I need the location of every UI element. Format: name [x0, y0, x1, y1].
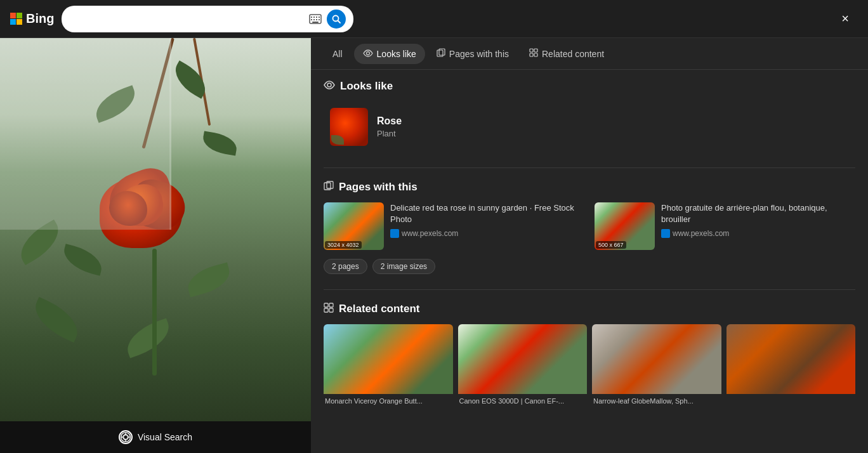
svg-rect-8 [319, 19, 320, 20]
search-bar [62, 6, 353, 32]
page-title-1: Delicate red tea rose in sunny garden · … [390, 202, 584, 225]
leaf8 [121, 318, 174, 358]
leaf7 [28, 297, 85, 343]
looks-like-type: Plant [377, 129, 402, 138]
main-image [0, 38, 311, 421]
search-button[interactable] [327, 10, 346, 29]
bing-logo-text: Bing [26, 11, 54, 26]
pages-count-button[interactable]: 2 pages [324, 259, 367, 274]
svg-rect-3 [316, 16, 317, 18]
rose-stem [152, 249, 157, 376]
leaf6 [184, 263, 233, 298]
right-panel: All Looks like Pages with this [311, 38, 868, 453]
related-thumb-1 [324, 324, 453, 394]
leaf3 [201, 131, 238, 155]
logo-sq1 [10, 13, 16, 18]
svg-rect-4 [319, 16, 320, 18]
svg-rect-9 [312, 22, 319, 23]
leaf1 [168, 61, 212, 99]
pages-grid: 3024 x 4032 Delicate red tea rose in sun… [324, 202, 855, 250]
related-item-3[interactable]: Narrow-leaf GlobeMallow, Sph... [592, 324, 721, 407]
page-source-1: www.pexels.com [390, 229, 584, 238]
svg-line-11 [338, 20, 341, 23]
related-section-icon [324, 303, 334, 315]
logo-sq4 [16, 19, 22, 25]
svg-point-18 [366, 51, 369, 55]
window-bg [0, 38, 171, 230]
page-source-2: www.pexels.com [661, 229, 855, 238]
grid-icon [529, 48, 538, 59]
related-thumb-4 [727, 324, 856, 394]
related-content-section: Related content Monarch Viceroy Orange B… [324, 303, 855, 407]
image-sizes-button[interactable]: 2 image sizes [372, 259, 435, 274]
related-content-title: Related content [339, 303, 420, 315]
pages-buttons: 2 pages 2 image sizes [324, 259, 855, 274]
looks-like-card[interactable]: Rose Plant [324, 102, 855, 152]
visual-search-icon [119, 430, 133, 444]
svg-rect-1 [311, 16, 312, 18]
visual-search-label: Visual Search [138, 432, 192, 442]
svg-rect-28 [324, 303, 328, 307]
related-item-1[interactable]: Monarch Viceroy Orange Butt... [324, 324, 453, 407]
page-dims-1: 3024 x 4032 [325, 241, 362, 249]
svg-rect-30 [324, 308, 328, 312]
related-label-2: Canon EOS 3000D | Canon EF-... [458, 394, 588, 407]
left-panel: Visual Search [0, 38, 311, 453]
page-title-2: Photo gratuite de arrière-plan flou, bot… [661, 202, 855, 225]
tab-all[interactable]: All [324, 44, 352, 64]
svg-rect-6 [313, 19, 315, 20]
svg-rect-5 [311, 19, 312, 20]
page-thumb-2: 500 x 667 [595, 202, 655, 250]
svg-rect-23 [530, 53, 533, 56]
bing-logo-squares [10, 13, 22, 25]
bing-logo[interactable]: Bing [10, 11, 54, 26]
page-info-2: Photo gratuite de arrière-plan flou, bot… [661, 202, 855, 238]
page-source-text-1: www.pexels.com [402, 229, 458, 238]
page-card-1[interactable]: 3024 x 4032 Delicate red tea rose in sun… [324, 202, 584, 250]
divider-2 [324, 289, 855, 290]
page-info-1: Delicate red tea rose in sunny garden · … [390, 202, 584, 238]
page-dims-2: 500 x 667 [596, 241, 626, 249]
logo-sq3 [10, 19, 16, 25]
divider-1 [324, 167, 855, 168]
looks-like-info: Rose Plant [377, 115, 402, 138]
svg-rect-24 [534, 53, 537, 56]
related-grid: Monarch Viceroy Orange Butt... Canon EOS… [324, 324, 855, 407]
logo-sq2 [16, 13, 22, 18]
page-card-2[interactable]: 500 x 667 Photo gratuite de arrière-plan… [595, 202, 855, 250]
related-label-4 [727, 394, 856, 398]
related-thumb-3 [592, 324, 721, 394]
close-button[interactable]: × [835, 9, 855, 29]
pages-with-header: Pages with this [324, 181, 855, 194]
eye-icon [363, 49, 373, 59]
tab-pages-with[interactable]: Pages with this [428, 43, 518, 64]
looks-like-section: Looks like Rose Plant [324, 80, 855, 152]
visual-search-bar[interactable]: Visual Search [0, 421, 311, 453]
related-item-4[interactable] [727, 324, 856, 407]
content: Looks like Rose Plant [311, 70, 868, 432]
looks-like-name: Rose [377, 115, 402, 127]
rose-scene [0, 38, 311, 421]
svg-rect-2 [313, 16, 315, 18]
pexels-favicon-2 [661, 229, 670, 238]
related-thumb-2 [458, 324, 588, 394]
svg-rect-29 [329, 303, 333, 307]
tab-looks-like[interactable]: Looks like [354, 44, 425, 64]
looks-like-header: Looks like [324, 80, 855, 93]
svg-point-13 [124, 435, 128, 440]
tabs: All Looks like Pages with this [311, 38, 868, 70]
related-content-header: Related content [324, 303, 855, 315]
keyboard-icon[interactable] [309, 14, 322, 24]
looks-like-section-icon [324, 81, 335, 92]
search-input[interactable] [69, 13, 304, 24]
looks-like-title: Looks like [340, 80, 393, 93]
related-item-2[interactable]: Canon EOS 3000D | Canon EF-... [458, 324, 588, 407]
pexels-favicon-1 [390, 229, 399, 238]
pages-with-title: Pages with this [339, 181, 418, 194]
svg-rect-22 [534, 49, 537, 52]
pages-icon [437, 48, 445, 59]
related-label-1: Monarch Viceroy Orange Butt... [324, 394, 453, 407]
page-thumb-1: 3024 x 4032 [324, 202, 384, 250]
tab-related-content[interactable]: Related content [520, 43, 613, 64]
topbar: Bing × [0, 0, 868, 38]
